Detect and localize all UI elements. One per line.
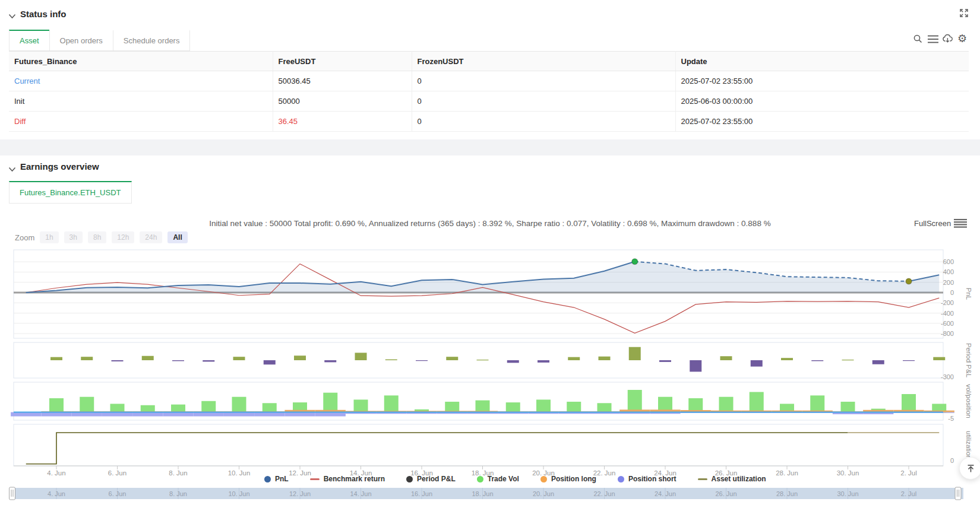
chart-context-menu-button[interactable] [954,218,967,228]
pnl-marker [906,278,912,284]
svg-text:utilization: utilization [965,431,972,459]
period-pnl-bar [690,360,701,372]
period-pnl-bar [507,360,519,363]
svg-text:18. Jun: 18. Jun [472,490,493,497]
legend-item-position-short[interactable]: Position short [618,475,676,483]
legend-label: PnL [275,475,289,483]
legend-item-benchmark-return[interactable]: Benchmark return [310,475,385,483]
period-pnl-bar [538,360,549,363]
period-pnl-bar [416,360,428,361]
svg-text:4. Jun: 4. Jun [47,469,65,477]
position-short-band [11,412,41,417]
trade-vol-bar [80,397,94,412]
svg-text:-400: -400 [941,310,954,317]
section-divider [0,139,980,155]
svg-text:2. Jul: 2. Jul [901,490,916,497]
svg-text:30. Jun: 30. Jun [837,490,858,497]
legend-label: Period P&L [417,475,456,483]
legend-item-position-long[interactable]: Position long [540,475,596,483]
col-header-futures-binance: Futures_Binance [9,52,273,71]
legend-item-period-p-l[interactable]: Period P&L [406,475,456,483]
period-pnl-bar [781,358,793,360]
settings-button[interactable]: ⚙ [957,32,967,45]
trade-vol-bar [445,402,459,412]
svg-text:6. Jun: 6. Jun [108,469,127,477]
navigator-handle-right[interactable] [955,487,961,500]
init-update-value: 2025-06-03 00:00:00 [675,91,969,112]
position-short-band [315,412,346,417]
diff-label: Diff [9,112,273,132]
trade-vol-bar [323,393,337,412]
trade-vol-bar [201,401,216,412]
trade-vol-bar [810,395,824,412]
trade-vol-bar [902,394,916,412]
search-button[interactable] [913,34,923,44]
hamburger-icon [954,218,967,228]
fullscreen-button[interactable]: FullScreen [914,219,951,228]
earnings-collapse-chevron[interactable] [8,164,16,174]
legend-item-pnl[interactable]: PnL [264,475,289,483]
position-short-band [284,412,315,417]
period-pnl-bar [446,357,458,360]
svg-text:-300: -300 [941,373,954,380]
svg-text:600: 600 [943,258,954,265]
cloud-download-button[interactable] [942,33,953,44]
earnings-chart[interactable]: 6004002000-200-400-600-800-300-50PnLPeri… [0,229,980,508]
diff-update-value: 2025-07-02 23:55:00 [675,112,969,132]
period-pnl-bar [629,347,641,360]
utilization-line [26,433,848,464]
svg-text:400: 400 [943,268,954,275]
chevron-down-icon [8,14,16,19]
trade-vol-bar [476,401,490,412]
init-free-value: 50000 [273,91,412,112]
tab-schedule-orders[interactable]: Schedule orders [113,30,191,51]
period-pnl-bar [568,357,580,360]
svg-text:12. Jun: 12. Jun [289,490,311,497]
status-tabbar: Asset Open orders Schedule orders [9,30,190,51]
svg-text:4. Jun: 4. Jun [48,490,65,497]
chart-panel-frame [14,424,943,466]
position-short-band [72,412,102,417]
trade-vol-bar [171,405,185,412]
pnl-marker [632,259,638,265]
menu-icon [928,35,938,43]
svg-text:200: 200 [943,279,954,286]
legend-dot-icon [540,476,547,482]
navigator-handle-left[interactable] [10,487,15,500]
period-pnl-bar [294,355,306,360]
tab-asset[interactable]: Asset [9,30,50,51]
period-pnl-bar [477,360,489,360]
period-pnl-bar [355,353,367,360]
benchmark-line [26,264,940,334]
table-row-current: Current 50036.45 0 2025-07-02 23:55:00 [9,71,969,91]
legend-item-asset-utilization[interactable]: Asset utilization [698,475,766,483]
tab-futures-binance-eth-usdt[interactable]: Futures_Binance.ETH_USDT [9,181,132,204]
svg-text:8. Jun: 8. Jun [169,490,187,497]
period-pnl-bar [203,360,214,361]
tab-asset-label: Asset [20,36,39,45]
svg-text:24. Jun: 24. Jun [655,490,676,497]
tab-open-orders[interactable]: Open orders [49,30,113,51]
status-collapse-chevron[interactable] [8,11,16,21]
position-short-band [132,412,163,417]
period-pnl-bar [933,357,945,360]
position-short-band [163,412,193,417]
period-pnl-bar [324,360,336,362]
svg-text:6. Jun: 6. Jun [109,490,127,497]
trade-vol-bar [354,399,368,412]
svg-text:26. Jun: 26. Jun [715,490,736,497]
svg-text:28. Jun: 28. Jun [776,490,798,497]
trade-vol-bar [567,402,581,412]
current-free-value: 50036.45 [273,71,412,91]
scroll-to-top-button[interactable] [959,457,980,480]
svg-text:22. Jun: 22. Jun [593,490,615,497]
cloud-download-icon [942,33,953,44]
list-menu-button[interactable] [928,35,938,43]
position-short-band [41,412,71,417]
expand-button[interactable] [959,8,969,18]
legend-item-trade-vol[interactable]: Trade Vol [477,475,519,483]
legend-label: Position short [628,475,676,483]
svg-text:vol/position: vol/position [965,384,972,418]
init-frozen-value: 0 [412,91,675,112]
current-link[interactable]: Current [9,71,273,91]
